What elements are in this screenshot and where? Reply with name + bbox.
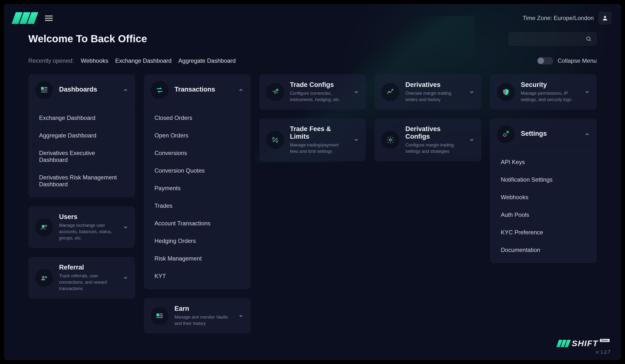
trade-fees-header[interactable]: Trade Fees & Limits Manage trading/payme… [259, 119, 366, 161]
svg-point-8 [42, 225, 44, 227]
collapse-menu-toggle[interactable] [537, 57, 553, 64]
chevron-down-icon [353, 137, 359, 143]
svg-rect-4 [44, 87, 47, 88]
svg-point-1 [587, 37, 590, 40]
svg-rect-13 [160, 315, 163, 316]
transactions-card: Transactions Closed Orders Open Orders C… [144, 74, 250, 289]
svg-rect-3 [41, 87, 44, 90]
svg-rect-12 [160, 313, 163, 314]
svg-rect-6 [41, 90, 47, 91]
derivatives-configs-header[interactable]: Derivatives Configs Configure margin tra… [375, 119, 481, 161]
version-label: v: 1.2.7 [558, 350, 610, 355]
card-title: Trade Fees & Limits [290, 125, 348, 140]
nav-item-exchange-dashboard[interactable]: Exchange Dashboard [28, 109, 135, 127]
chevron-down-icon [469, 137, 474, 143]
chevron-down-icon [238, 313, 244, 319]
dashboard-icon [40, 86, 48, 94]
nav-item-derivatives-exec-dashboard[interactable]: Derivatives Executive Dashboard [28, 144, 135, 169]
svg-rect-7 [41, 92, 47, 92]
referral-header[interactable]: Referral Track referrals, user connectio… [28, 257, 135, 299]
users-card: Users Manage exchange user accounts, bal… [28, 206, 135, 248]
trade-configs-header[interactable]: Trade Configs Configure currencies, inst… [259, 74, 366, 110]
search-input[interactable] [509, 32, 597, 45]
search-icon [586, 36, 592, 42]
card-title: Earn [175, 305, 232, 312]
nav-item-conversion-quotes[interactable]: Conversion Quotes [144, 162, 250, 180]
chevron-down-icon [469, 89, 474, 95]
transactions-header[interactable]: Transactions [144, 74, 250, 106]
users-header[interactable]: Users Manage exchange user accounts, bal… [28, 206, 135, 248]
nav-item-derivatives-risk-dashboard[interactable]: Derivatives Risk Management Dashboard [28, 169, 135, 193]
page-title: Welcome To Back Office [28, 33, 147, 45]
nav-item-payments[interactable]: Payments [144, 180, 250, 197]
card-title: Trade Configs [290, 81, 348, 89]
security-card: Security Manage permissions, IP settings… [490, 74, 597, 110]
nav-item-risk-management[interactable]: Risk Management [144, 250, 250, 267]
chevron-down-icon [585, 89, 590, 95]
chevron-down-icon [353, 89, 359, 95]
derivatives-card: Derivatives Oversee margin trading order… [375, 74, 481, 110]
chevron-up-icon [123, 87, 128, 93]
derivatives-configs-card: Derivatives Configs Configure margin tra… [375, 119, 481, 161]
nav-item-kyt[interactable]: KYT [144, 267, 250, 285]
settings-header[interactable]: Settings [490, 119, 597, 150]
derivatives-header[interactable]: Derivatives Oversee margin trading order… [375, 74, 481, 110]
footer-brand: SHIFT [572, 339, 598, 348]
svg-rect-5 [44, 89, 47, 90]
nav-item-open-orders[interactable]: Open Orders [144, 127, 250, 144]
vault-icon [156, 312, 164, 320]
svg-point-18 [388, 91, 390, 92]
gears-icon [501, 130, 510, 139]
recent-link[interactable]: Aggregate Dashboard [179, 57, 236, 64]
user-icon [602, 15, 608, 21]
nav-item-conversions[interactable]: Conversions [144, 144, 250, 162]
config-swap-icon [271, 88, 279, 96]
user-menu-button[interactable] [599, 12, 611, 24]
users-icon [40, 223, 48, 231]
nav-item-documentation[interactable]: Documentation [490, 241, 597, 259]
nav-item-kyc-preference[interactable]: KYC Preference [490, 224, 597, 241]
dashboards-card: Dashboards Exchange Dashboard Aggregate … [28, 74, 135, 198]
recent-link[interactable]: Webhooks [81, 57, 108, 64]
card-subtitle: Configure margin trading settings and st… [405, 142, 463, 154]
svg-line-2 [590, 40, 591, 41]
card-subtitle: Manage and monitor Vaults and their hist… [175, 314, 232, 327]
card-subtitle: Track referrals, user connections, and r… [59, 273, 117, 292]
chart-line-icon [386, 88, 395, 96]
shield-icon [502, 88, 510, 96]
referral-card: Referral Track referrals, user connectio… [28, 257, 135, 299]
card-title: Referral [59, 264, 117, 271]
svg-point-16 [273, 137, 274, 139]
earn-card: Earn Manage and monitor Vaults and their… [144, 298, 250, 334]
card-title: Transactions [175, 86, 232, 93]
svg-point-0 [604, 16, 606, 18]
footer: SHIFT Demo v: 1.2.7 [558, 339, 610, 355]
nav-item-account-transactions[interactable]: Account Transactions [144, 214, 250, 232]
card-subtitle: Manage exchange user accounts, balances,… [59, 222, 117, 241]
svg-point-10 [42, 276, 44, 278]
security-header[interactable]: Security Manage permissions, IP settings… [490, 74, 597, 110]
dashboards-header[interactable]: Dashboards [28, 74, 135, 106]
card-subtitle: Oversee margin trading orders and histor… [405, 90, 463, 103]
nav-item-notification-settings[interactable]: Notification Settings [490, 171, 597, 188]
nav-item-closed-orders[interactable]: Closed Orders [144, 109, 250, 127]
nav-item-hedging-orders[interactable]: Hedging Orders [144, 232, 250, 250]
card-subtitle: Manage permissions, IP settings, and sec… [521, 90, 579, 103]
svg-point-15 [276, 89, 278, 91]
gear-icon [386, 136, 395, 144]
card-title: Derivatives Configs [405, 125, 463, 140]
menu-toggle-button[interactable] [45, 16, 53, 21]
svg-point-9 [45, 225, 47, 227]
nav-item-aggregate-dashboard[interactable]: Aggregate Dashboard [28, 127, 135, 144]
recent-link[interactable]: Exchange Dashboard [115, 57, 172, 64]
nav-item-webhooks[interactable]: Webhooks [490, 188, 597, 206]
card-title: Users [59, 213, 117, 221]
nav-item-auth-pools[interactable]: Auth Pools [490, 206, 597, 224]
chevron-down-icon [123, 275, 128, 280]
card-title: Settings [521, 130, 579, 137]
footer-logo-icon [558, 340, 569, 347]
earn-header[interactable]: Earn Manage and monitor Vaults and their… [144, 298, 250, 334]
card-title: Security [521, 81, 579, 89]
nav-item-api-keys[interactable]: API Keys [490, 153, 597, 171]
nav-item-trades[interactable]: Trades [144, 197, 250, 214]
